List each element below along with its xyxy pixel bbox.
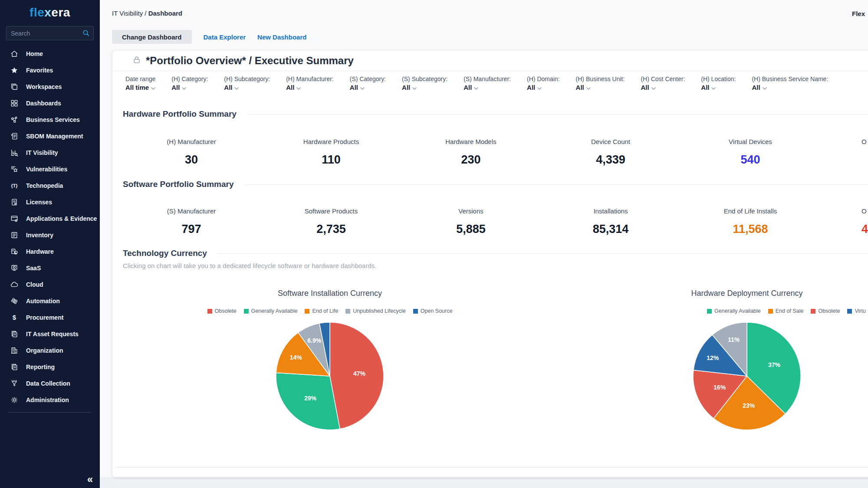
automation-icon [10,297,19,305]
sidebar-item-business-services[interactable]: Business Services [0,111,100,128]
hardware-deployment-currency-pie[interactable]: 37%23%16%12%11% [617,320,868,434]
sidebar-item-home[interactable]: Home [0,46,100,62]
filter-value-dropdown[interactable]: All [641,84,685,91]
legend-item-generally-available[interactable]: Generally Available [707,308,761,314]
filter-value-dropdown[interactable]: All [464,84,511,91]
sidebar-item-reporting[interactable]: Reporting [0,359,100,375]
filter-h-location[interactable]: (H) Location:All [701,75,736,91]
legend-item-generally-available[interactable]: Generally Available [244,308,298,314]
star-icon [10,66,19,75]
chart-title: Hardware Deployment Currency [617,289,868,298]
filter-h-domain[interactable]: (H) Domain:All [527,75,559,91]
sidebar-item-label: Business Services [26,116,80,123]
sidebar-item-label: Hardware [26,248,54,255]
search-input[interactable] [6,26,94,40]
chevron-down-icon [412,84,417,91]
dashboard-title: *Portfolio Overview* / Executive Summary [146,55,354,67]
filter-value-dropdown[interactable]: All [527,84,559,91]
filter-h-business-service-name[interactable]: (H) Business Service Name:All [752,75,828,91]
svg-text:16%: 16% [713,384,726,391]
sidebar-item-licenses[interactable]: Licenses [0,194,100,210]
inventory-icon [10,231,19,239]
filter-value-dropdown[interactable]: All [752,84,828,91]
legend-swatch [707,309,712,314]
sidebar-item-saas[interactable]: SaaS [0,260,100,276]
sidebar-item-technopedia[interactable]: {T}Technopedia [0,177,100,194]
it-visibility-icon [10,148,19,157]
sidebar-item-label: Reporting [26,364,55,370]
filter-value-dropdown[interactable]: All [701,84,736,91]
workspaces-icon [10,82,19,91]
filter-h-category[interactable]: (H) Category:All [171,75,208,91]
filter-label: (H) Category: [171,75,208,82]
data-explorer-link[interactable]: Data Explorer [204,33,246,41]
home-icon [10,49,19,58]
filter-date-range[interactable]: Date rangeAll time [125,75,155,91]
legend-swatch [768,309,773,314]
sidebar-item-vulnerabilities[interactable]: Vulnerabilities [0,161,100,177]
filter-value-dropdown[interactable]: All [286,84,334,91]
filter-s-subcategory[interactable]: (S) Subcategory:All [402,75,447,91]
chevron-down-icon [151,84,155,91]
filter-value-text: All [224,84,232,91]
sidebar-item-it-asset-requests[interactable]: IT Asset Requests [0,326,100,342]
sidebar-item-procurement[interactable]: $Procurement [0,309,100,326]
filter-value-text: All [701,84,709,91]
change-dashboard-button[interactable]: Change Dashboard [112,30,192,44]
hardware-icon [10,247,19,256]
sidebar-collapse-button[interactable]: « [87,473,93,485]
sidebar-item-cloud[interactable]: Cloud [0,276,100,293]
sidebar-item-favorites[interactable]: Favorites [0,62,100,79]
new-dashboard-link[interactable]: New Dashboard [257,33,306,41]
filter-label: (H) Location: [701,75,736,82]
chevron-down-icon [651,84,656,91]
metric-value: 4 [861,223,868,236]
filter-value-dropdown[interactable]: All [576,84,625,91]
breadcrumb-section[interactable]: IT Visibility [112,10,143,17]
filter-value-dropdown[interactable]: All [350,84,386,91]
filter-h-cost-center[interactable]: (H) Cost Center:All [641,75,685,91]
sidebar-item-applications-evidence[interactable]: Applications & Evidence [0,210,100,227]
sidebar-item-label: Favorites [26,67,53,74]
lock-icon [132,56,141,66]
filter-value-dropdown[interactable]: All [224,84,270,91]
sidebar-item-administration[interactable]: Administration [0,392,100,408]
filter-value-dropdown[interactable]: All [402,84,447,91]
legend-item-virtu[interactable]: Virtu [847,308,865,314]
sidebar-item-automation[interactable]: Automation [0,293,100,309]
sidebar-item-label: Licenses [26,199,52,206]
software-installation-currency-pie[interactable]: 47%29%14%6.9% [200,320,460,434]
sidebar-item-label: Inventory [26,232,53,239]
sidebar-item-inventory[interactable]: Inventory [0,227,100,243]
sidebar-item-label: Data Collection [26,380,70,387]
search-icon[interactable] [82,29,90,39]
legend-item-open-source[interactable]: Open Source [413,308,453,314]
legend-item-end-of-sale[interactable]: End of Sale [768,308,804,314]
filter-value-dropdown[interactable]: All time [125,84,155,91]
sidebar-item-sbom-management[interactable]: SBOM Management [0,128,100,144]
sidebar-item-workspaces[interactable]: Workspaces [0,79,100,95]
legend-item-unpublished-lifecycle[interactable]: Unpublished Lifecycle [345,308,406,314]
legend-item-obsolete[interactable]: Obsolete [811,308,840,314]
main-content: IT Visibility / Dashboard Flex Change Da… [100,0,868,488]
metric-value: 4,339 [541,153,681,167]
sidebar-item-dashboards[interactable]: Dashboards [0,95,100,111]
legend-item-end-of-life[interactable]: End of Life [305,308,338,314]
filter-s-manufacturer[interactable]: (S) Manufacturer:All [464,75,511,91]
sidebar-item-label: SBOM Management [26,133,83,140]
filter-h-business-unit[interactable]: (H) Business Unit:All [576,75,625,91]
technology-currency-heading: Technology Currency [123,249,868,258]
filter-h-subcategory[interactable]: (H) Subcategory:All [224,75,270,91]
metric-label: Hardware Products [261,138,401,146]
sidebar-item-it-visibility[interactable]: IT Visibility [0,144,100,161]
hardware-metrics-row: (H) Manufacturer30Hardware Products110Ha… [122,138,820,167]
sidebar-item-hardware[interactable]: Hardware [0,243,100,260]
legend-item-obsolete[interactable]: Obsolete [207,308,237,314]
sidebar-item-organization[interactable]: Organization [0,342,100,359]
filter-value-dropdown[interactable]: All [171,84,208,91]
filter-h-manufacturer[interactable]: (H) Manufacturer:All [286,75,334,91]
filter-s-category[interactable]: (S) Category:All [350,75,386,91]
top-right-clipped-text: Flex [852,10,865,17]
sidebar-item-label: Technopedia [26,182,63,189]
sidebar-item-data-collection[interactable]: Data Collection [0,375,100,392]
